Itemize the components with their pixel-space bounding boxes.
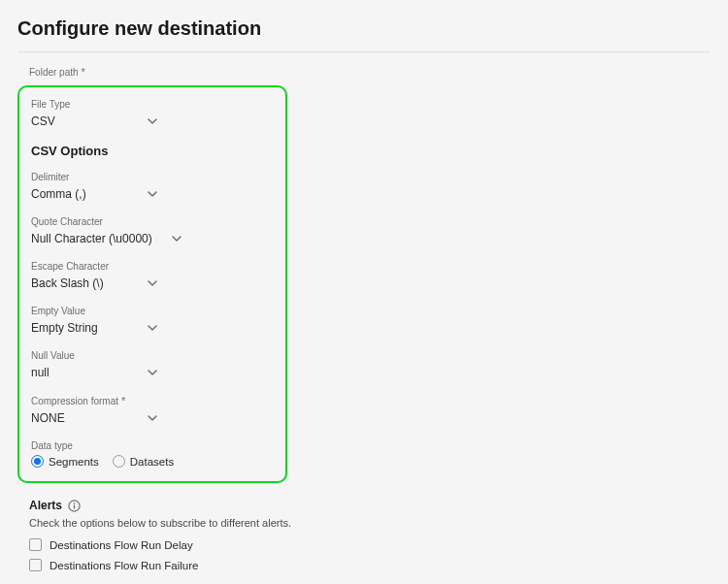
chevron-down-icon — [148, 116, 157, 126]
empty-value-label: Empty Value — [31, 306, 274, 316]
null-value-select[interactable]: null — [31, 364, 157, 381]
divider — [17, 51, 711, 52]
alert-checkbox-delay[interactable]: Destinations Flow Run Delay — [29, 538, 711, 551]
checkbox-icon — [29, 538, 42, 551]
datasets-radio[interactable]: Datasets — [113, 455, 174, 468]
delimiter-group: Delimiter Comma (,) — [31, 172, 274, 203]
alert-checkbox-failure[interactable]: Destinations Flow Run Failure — [29, 559, 711, 571]
checkbox-icon — [29, 559, 42, 571]
null-value-group: Null Value null — [31, 350, 274, 381]
chevron-down-icon — [148, 368, 157, 377]
required-indicator: * — [82, 66, 85, 78]
alerts-description: Check the options below to subscribe to … — [29, 517, 711, 529]
data-type-radio-group: Segments Datasets — [31, 455, 274, 468]
folder-path-label: Folder path — [29, 67, 79, 78]
folder-path-field: Folder path * — [17, 66, 711, 78]
chevron-down-icon — [148, 189, 157, 199]
info-icon[interactable] — [68, 500, 81, 512]
alert-label: Destinations Flow Run Delay — [50, 539, 193, 551]
data-type-label: Data type — [31, 440, 274, 451]
page-title: Configure new destination — [17, 17, 711, 40]
radio-icon — [31, 455, 44, 468]
compression-format-group: Compression format * NONE — [31, 395, 274, 427]
compression-format-select[interactable]: NONE — [31, 409, 157, 427]
required-indicator: * — [121, 395, 125, 406]
null-value-value: null — [31, 366, 50, 379]
escape-character-select[interactable]: Back Slash (\) — [31, 275, 157, 292]
svg-point-1 — [74, 503, 76, 504]
quote-character-group: Quote Character Null Character (\u0000) — [31, 216, 274, 247]
empty-value-select[interactable]: Empty String — [31, 319, 157, 337]
datasets-label: Datasets — [130, 456, 174, 468]
chevron-down-icon — [148, 323, 157, 333]
alerts-section: Alerts Check the options below to subscr… — [17, 499, 711, 571]
csv-options-title: CSV Options — [31, 144, 274, 158]
chevron-down-icon — [148, 278, 157, 288]
file-type-label: File Type — [31, 99, 274, 110]
delimiter-value: Comma (,) — [31, 187, 86, 201]
escape-character-group: Escape Character Back Slash (\) — [31, 261, 274, 292]
null-value-label: Null Value — [31, 350, 274, 361]
quote-character-label: Quote Character — [31, 216, 274, 227]
escape-character-value: Back Slash (\) — [31, 276, 104, 290]
compression-format-label: Compression format — [31, 396, 118, 406]
radio-icon — [113, 455, 125, 468]
empty-value-value: Empty String — [31, 321, 98, 335]
data-type-group: Data type Segments Datasets — [31, 440, 274, 468]
alert-label: Destinations Flow Run Failure — [50, 560, 198, 571]
file-type-group: File Type CSV — [31, 99, 274, 130]
delimiter-select[interactable]: Comma (,) — [31, 185, 157, 203]
escape-character-label: Escape Character — [31, 261, 274, 272]
compression-format-value: NONE — [31, 411, 65, 425]
segments-label: Segments — [49, 456, 99, 468]
quote-character-value: Null Character (\u0000) — [31, 232, 152, 245]
chevron-down-icon — [172, 234, 182, 243]
file-type-select[interactable]: CSV — [31, 113, 157, 130]
segments-radio[interactable]: Segments — [31, 455, 99, 468]
delimiter-label: Delimiter — [31, 172, 274, 182]
file-type-value: CSV — [31, 114, 55, 128]
alerts-title: Alerts — [29, 499, 62, 512]
empty-value-group: Empty Value Empty String — [31, 306, 274, 337]
svg-rect-2 — [74, 504, 75, 508]
chevron-down-icon — [148, 413, 157, 423]
quote-character-select[interactable]: Null Character (\u0000) — [31, 230, 182, 247]
csv-config-box: File Type CSV CSV Options Delimiter Comm… — [17, 85, 287, 483]
